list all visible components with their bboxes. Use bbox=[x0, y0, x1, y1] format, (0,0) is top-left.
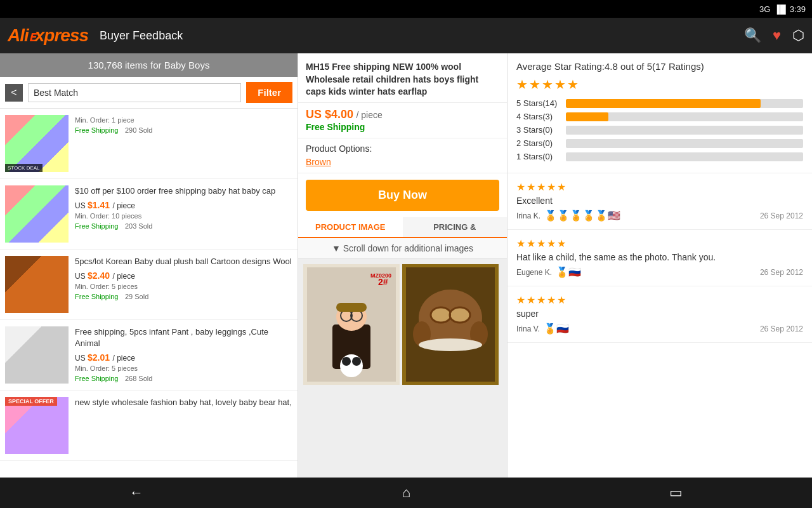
list-item[interactable]: 5pcs/lot Korean Baby dual plush ball Car… bbox=[0, 250, 298, 320]
recent-nav-button[interactable]: ▭ bbox=[654, 479, 698, 506]
free-shipping: Free Shipping bbox=[75, 222, 119, 230]
product-image-2 bbox=[402, 264, 499, 385]
r3-star4: ★ bbox=[547, 294, 556, 306]
time-display: 3:39 bbox=[790, 4, 806, 14]
review-meta: Irina K. 🏅🏅🏅🏅🏅🇺🇸 26 Sep 2012 bbox=[516, 210, 803, 222]
sold-count: 268 Sold bbox=[125, 375, 152, 382]
stock-deal-badge: STOCK DEAL bbox=[5, 164, 43, 172]
product-thumbnail bbox=[5, 185, 69, 243]
review-item: ★ ★ ★ ★ ★ super Irina V. 🏅🇷🇺 26 Sep 2012 bbox=[508, 286, 812, 343]
review-stars: ★ ★ ★ ★ ★ bbox=[516, 237, 803, 250]
sold-count: 290 Sold bbox=[125, 126, 152, 134]
tab-product-image[interactable]: PRODUCT IMAGE bbox=[298, 217, 403, 238]
free-shipping: Free Shipping bbox=[75, 126, 119, 134]
rating-bar-bg-5 bbox=[566, 99, 803, 108]
per-piece: / piece bbox=[113, 272, 135, 281]
product-thumbnail bbox=[5, 326, 69, 384]
logo: Aliᴇxpress bbox=[8, 25, 88, 46]
product-price: $2.01 bbox=[88, 352, 110, 363]
review-item: ★ ★ ★ ★ ★ Excellent Irina K. 🏅🏅🏅🏅🏅🇺🇸 26 … bbox=[508, 173, 812, 230]
svg-point-19 bbox=[419, 338, 482, 351]
reviews-list: ★ ★ ★ ★ ★ Excellent Irina K. 🏅🏅🏅🏅🏅🇺🇸 26 … bbox=[508, 173, 812, 478]
item-count: 130,768 items for Baby Boys bbox=[88, 60, 210, 70]
search-icon[interactable]: 🔍 bbox=[744, 27, 761, 44]
review-stars: ★ ★ ★ ★ ★ bbox=[516, 181, 803, 193]
main-content: 130,768 items for Baby Boys < Filter STO… bbox=[0, 53, 812, 478]
buy-now-button[interactable]: Buy Now bbox=[306, 180, 499, 211]
list-item[interactable]: Free shipping, 5pcs infant Pant , baby l… bbox=[0, 320, 298, 391]
star-2: ★ bbox=[529, 77, 540, 92]
star-4: ★ bbox=[554, 77, 566, 92]
price-prefix: US bbox=[75, 201, 88, 210]
filter-button[interactable]: Filter bbox=[246, 82, 292, 103]
rating-label-3: 3 Stars(0) bbox=[516, 125, 561, 135]
product-image-1: MZ0200 2# bbox=[303, 264, 400, 385]
price-area: US $4.00 / piece Free Shipping bbox=[298, 103, 507, 138]
rating-bars: 5 Stars(14) 4 Stars(3) 3 Stars(0) bbox=[516, 98, 803, 161]
free-shipping: Free Shipping bbox=[75, 375, 119, 382]
product-info: new style wholesale fashion baby hat, lo… bbox=[75, 397, 292, 411]
min-order: Min. Order: 10 pieces bbox=[75, 212, 292, 220]
sold-count: 203 Sold bbox=[125, 222, 152, 230]
product-price: $1.41 bbox=[88, 200, 110, 210]
sold-count: 29 Sold bbox=[125, 293, 148, 300]
favorite-icon[interactable]: ♥ bbox=[773, 27, 781, 44]
product-title: $10 off per $100 order free shipping bab… bbox=[75, 185, 292, 197]
avg-stars: ★ ★ ★ ★ ★ bbox=[516, 77, 803, 92]
product-info: 5pcs/lot Korean Baby dual plush ball Car… bbox=[75, 256, 292, 302]
list-item[interactable]: $10 off per $100 order free shipping bab… bbox=[0, 179, 298, 250]
product-info: $10 off per $100 order free shipping bab… bbox=[75, 185, 292, 231]
list-item[interactable]: SPECIAL OFFER new style wholesale fashio… bbox=[0, 391, 298, 461]
rating-bar-bg-2 bbox=[566, 139, 803, 148]
review-date: 26 Sep 2012 bbox=[760, 211, 803, 220]
r1-star5: ★ bbox=[557, 181, 566, 193]
product-price: $2.40 bbox=[88, 271, 110, 281]
share-icon[interactable]: ⬡ bbox=[792, 27, 804, 44]
review-meta: Irina V. 🏅🇷🇺 26 Sep 2012 bbox=[516, 323, 803, 335]
header-title: Buyer Feedback bbox=[100, 29, 183, 43]
r1-star2: ★ bbox=[527, 181, 535, 193]
product-title: 5pcs/lot Korean Baby dual plush ball Car… bbox=[75, 256, 292, 267]
r1-star3: ★ bbox=[537, 181, 546, 193]
back-nav-button[interactable]: ← bbox=[114, 479, 159, 506]
product-options: Product Options: Brown bbox=[298, 138, 507, 173]
rating-bar-bg-3 bbox=[566, 126, 803, 135]
review-text: super bbox=[516, 309, 803, 319]
per-piece: / piece bbox=[113, 354, 135, 363]
review-date: 26 Sep 2012 bbox=[760, 268, 803, 277]
options-label: Product Options: bbox=[306, 144, 499, 154]
rating-bar-bg-4 bbox=[566, 112, 803, 121]
special-offer-badge: SPECIAL OFFER bbox=[5, 397, 57, 406]
r2-star4: ★ bbox=[547, 237, 556, 250]
r3-star2: ★ bbox=[527, 294, 535, 306]
r1-star1: ★ bbox=[516, 181, 525, 193]
reviewer-name: Eugene K. bbox=[516, 268, 552, 277]
color-option[interactable]: Brown bbox=[306, 157, 331, 167]
back-button[interactable]: < bbox=[5, 84, 23, 102]
star-3: ★ bbox=[542, 77, 553, 92]
tab-bar: PRODUCT IMAGE PRICING & bbox=[298, 217, 507, 238]
sidebar: 130,768 items for Baby Boys < Filter STO… bbox=[0, 53, 298, 478]
rating-label-2: 2 Stars(0) bbox=[516, 138, 561, 148]
filter-bar: < Filter bbox=[0, 77, 298, 109]
rating-bar-bg-1 bbox=[566, 152, 803, 161]
price-prefix: US bbox=[75, 272, 88, 281]
product-thumbnail: STOCK DEAL bbox=[5, 115, 69, 172]
product-images-area[interactable]: MZ0200 2# bbox=[298, 259, 507, 478]
reviewer-name: Irina V. bbox=[516, 324, 540, 333]
best-match-input[interactable] bbox=[28, 83, 241, 102]
reviewer-badge: 🏅🇷🇺 bbox=[556, 266, 581, 278]
rating-bar-fill-5 bbox=[566, 99, 761, 108]
logo-text: Aliᴇxpress bbox=[8, 25, 88, 46]
center-panel: MH15 Free shipping NEW 100% wool Wholesa… bbox=[298, 53, 508, 478]
home-nav-button[interactable]: ⌂ bbox=[387, 479, 426, 506]
list-item[interactable]: STOCK DEAL Min. Order: 1 piece Free Ship… bbox=[0, 109, 298, 179]
rating-row-4: 4 Stars(3) bbox=[516, 112, 803, 121]
rating-row-5: 5 Stars(14) bbox=[516, 98, 803, 108]
product-info: Free shipping, 5pcs infant Pant , baby l… bbox=[75, 326, 292, 384]
avg-rating-text: Average Star Rating:4.8 out of 5(17 Rati… bbox=[516, 61, 803, 72]
reviews-panel: Average Star Rating:4.8 out of 5(17 Rati… bbox=[508, 53, 812, 478]
svg-point-14 bbox=[431, 307, 451, 323]
tab-pricing[interactable]: PRICING & bbox=[403, 217, 508, 237]
reviewer-name: Irina K. bbox=[516, 211, 540, 220]
